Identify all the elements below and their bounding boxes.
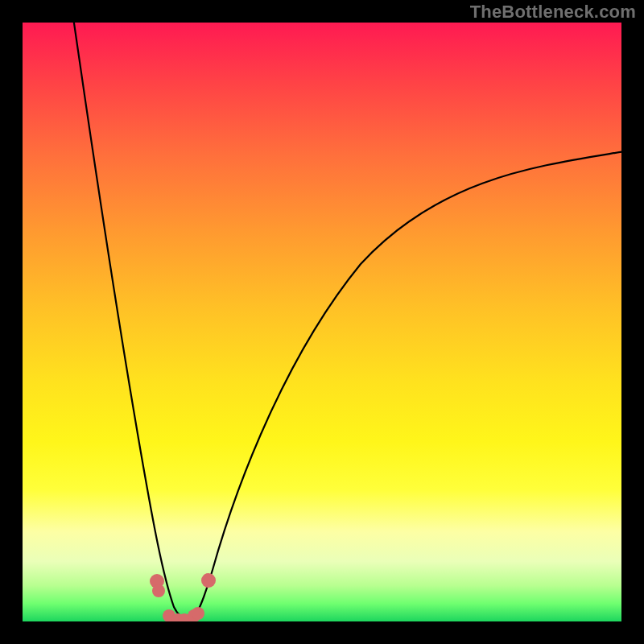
marker-dot bbox=[192, 607, 204, 620]
marker-dot bbox=[152, 584, 165, 597]
watermark-text: TheBottleneck.com bbox=[470, 2, 636, 23]
chart-svg bbox=[23, 23, 621, 621]
left-curve bbox=[73, 23, 188, 619]
marker-dot bbox=[201, 573, 216, 588]
chart-plot-area bbox=[23, 23, 621, 621]
right-curve bbox=[188, 151, 621, 619]
marker-group bbox=[150, 573, 216, 621]
